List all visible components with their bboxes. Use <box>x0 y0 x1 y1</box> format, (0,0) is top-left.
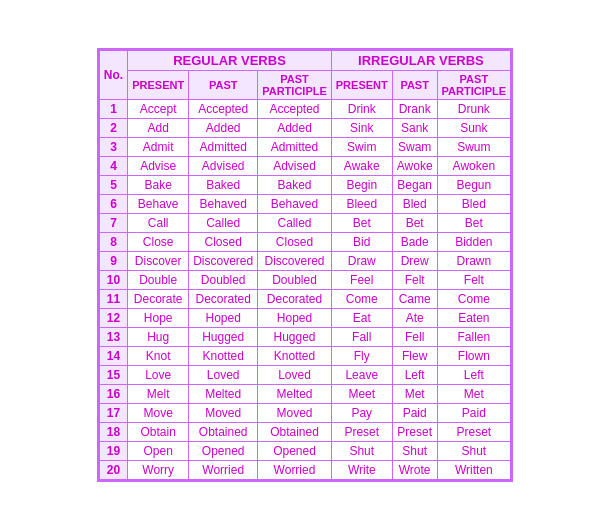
irregular-past: Left <box>392 365 437 384</box>
regular-past: Decorated <box>189 289 258 308</box>
row-number: 9 <box>99 251 127 270</box>
irregular-past-header: PAST <box>392 70 437 99</box>
regular-present: Obtain <box>128 422 189 441</box>
regular-present: Close <box>128 232 189 251</box>
irregular-past: Bled <box>392 194 437 213</box>
irregular-pp: Eaten <box>437 308 511 327</box>
table-row: 7CallCalledCalledBetBetBet <box>99 213 510 232</box>
irregular-pp: Bled <box>437 194 511 213</box>
irregular-present: Meet <box>331 384 392 403</box>
row-number: 5 <box>99 175 127 194</box>
irregular-pp: Awoken <box>437 156 511 175</box>
irregular-present: Eat <box>331 308 392 327</box>
irregular-past: Paid <box>392 403 437 422</box>
irregular-past: Bet <box>392 213 437 232</box>
irregular-past: Drank <box>392 99 437 118</box>
irregular-past: Drew <box>392 251 437 270</box>
table-row: 12HopeHopedHopedEatAteEaten <box>99 308 510 327</box>
table-row: 10DoubleDoubledDoubledFeelFeltFelt <box>99 270 510 289</box>
irregular-pp: Left <box>437 365 511 384</box>
main-table-wrapper: No. REGULAR VERBS IRREGULAR VERBS PRESEN… <box>97 48 513 482</box>
regular-present: Discover <box>128 251 189 270</box>
irregular-pp: Paid <box>437 403 511 422</box>
irregular-pp: Sunk <box>437 118 511 137</box>
irregular-pp: Swum <box>437 137 511 156</box>
table-row: 13HugHuggedHuggedFallFellFallen <box>99 327 510 346</box>
regular-present: Hope <box>128 308 189 327</box>
table-row: 16MeltMeltedMeltedMeetMetMet <box>99 384 510 403</box>
regular-present: Admit <box>128 137 189 156</box>
verbs-table: No. REGULAR VERBS IRREGULAR VERBS PRESEN… <box>99 50 511 480</box>
regular-past: Discovered <box>189 251 258 270</box>
regular-pp: Worried <box>258 460 332 479</box>
irregular-past: Preset <box>392 422 437 441</box>
table-row: 17MoveMovedMovedPayPaidPaid <box>99 403 510 422</box>
irregular-pp: Felt <box>437 270 511 289</box>
regular-pp: Moved <box>258 403 332 422</box>
row-number: 13 <box>99 327 127 346</box>
irregular-past: Fell <box>392 327 437 346</box>
row-number: 7 <box>99 213 127 232</box>
regular-present: Hug <box>128 327 189 346</box>
regular-present: Decorate <box>128 289 189 308</box>
irregular-past: Shut <box>392 441 437 460</box>
regular-pp-header: PASTPARTICIPLE <box>258 70 332 99</box>
table-row: 1AcceptAcceptedAcceptedDrinkDrankDrunk <box>99 99 510 118</box>
table-row: 19OpenOpenedOpenedShutShutShut <box>99 441 510 460</box>
regular-present-header: PRESENT <box>128 70 189 99</box>
regular-past: Melted <box>189 384 258 403</box>
row-number: 3 <box>99 137 127 156</box>
regular-present: Love <box>128 365 189 384</box>
irregular-past: Met <box>392 384 437 403</box>
irregular-present: Leave <box>331 365 392 384</box>
irregular-pp: Come <box>437 289 511 308</box>
table-row: 20WorryWorriedWorriedWriteWroteWritten <box>99 460 510 479</box>
table-row: 5BakeBakedBakedBeginBeganBegun <box>99 175 510 194</box>
no-header: No. <box>99 50 127 99</box>
regular-pp: Doubled <box>258 270 332 289</box>
regular-present: Melt <box>128 384 189 403</box>
irregular-past: Ate <box>392 308 437 327</box>
regular-past: Knotted <box>189 346 258 365</box>
regular-pp: Admitted <box>258 137 332 156</box>
regular-pp: Opened <box>258 441 332 460</box>
regular-present: Accept <box>128 99 189 118</box>
irregular-present: Swim <box>331 137 392 156</box>
row-number: 10 <box>99 270 127 289</box>
irregular-present: Bleed <box>331 194 392 213</box>
row-number: 15 <box>99 365 127 384</box>
regular-present: Move <box>128 403 189 422</box>
regular-present: Open <box>128 441 189 460</box>
regular-pp: Accepted <box>258 99 332 118</box>
table-row: 4AdviseAdvisedAdvisedAwakeAwokeAwoken <box>99 156 510 175</box>
regular-past: Called <box>189 213 258 232</box>
regular-pp: Knotted <box>258 346 332 365</box>
irregular-pp: Drunk <box>437 99 511 118</box>
row-number: 12 <box>99 308 127 327</box>
row-number: 8 <box>99 232 127 251</box>
regular-pp: Melted <box>258 384 332 403</box>
regular-past: Hoped <box>189 308 258 327</box>
row-number: 1 <box>99 99 127 118</box>
regular-pp: Hugged <box>258 327 332 346</box>
irregular-pp-header: PASTPARTICIPLE <box>437 70 511 99</box>
table-row: 8CloseClosedClosedBidBadeBidden <box>99 232 510 251</box>
row-number: 16 <box>99 384 127 403</box>
regular-pp: Discovered <box>258 251 332 270</box>
regular-pp: Advised <box>258 156 332 175</box>
regular-present: Worry <box>128 460 189 479</box>
irregular-present: Draw <box>331 251 392 270</box>
regular-pp: Baked <box>258 175 332 194</box>
table-row: 2AddAddedAddedSinkSankSunk <box>99 118 510 137</box>
irregular-present: Fall <box>331 327 392 346</box>
row-number: 2 <box>99 118 127 137</box>
irregular-past: Wrote <box>392 460 437 479</box>
regular-past: Opened <box>189 441 258 460</box>
irregular-present: Bid <box>331 232 392 251</box>
irregular-pp: Flown <box>437 346 511 365</box>
irregular-past: Felt <box>392 270 437 289</box>
regular-past: Closed <box>189 232 258 251</box>
irregular-verbs-header: IRREGULAR VERBS <box>331 50 510 70</box>
irregular-past: Came <box>392 289 437 308</box>
table-row: 15LoveLovedLovedLeaveLeftLeft <box>99 365 510 384</box>
